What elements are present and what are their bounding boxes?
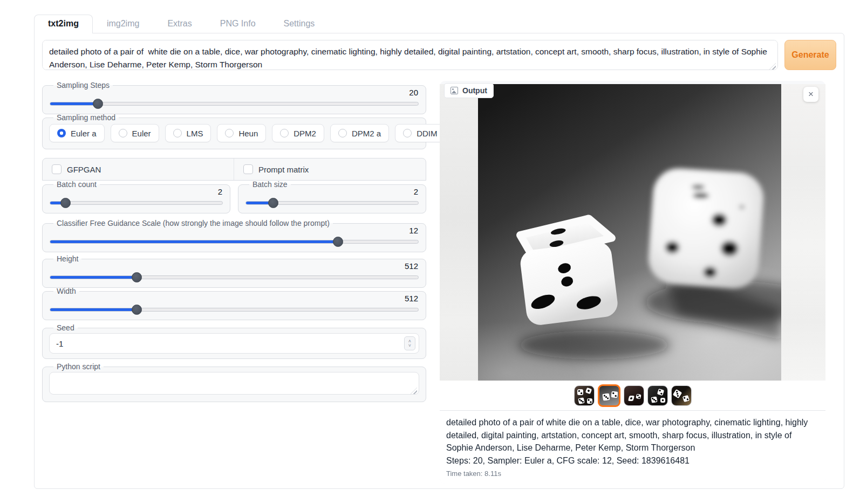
sampling-steps-label: Sampling Steps <box>53 81 113 89</box>
tab-png-info[interactable]: PNG Info <box>206 15 270 33</box>
slider-handle[interactable] <box>132 272 142 282</box>
prompt-matrix-label[interactable]: Prompt matrix <box>258 165 309 174</box>
radio-icon <box>57 129 66 137</box>
batch-size-slider[interactable] <box>245 198 419 208</box>
tab-txt2img[interactable]: txt2img <box>34 15 93 33</box>
slider-handle[interactable] <box>60 198 71 208</box>
txt2img-app: txt2img img2img Extras PNG Info Settings… <box>34 15 844 489</box>
radio-icon <box>119 129 127 137</box>
batch-size-group: Batch size 2 <box>238 180 426 213</box>
gallery-thumbnail[interactable] <box>624 385 644 406</box>
batch-count-label: Batch count <box>53 180 100 189</box>
sampling-method-option[interactable]: DDIM <box>395 124 445 142</box>
generate-button[interactable]: Generate <box>784 40 836 70</box>
cfg-scale-label: Classifier Free Guidance Scale (how stro… <box>53 219 333 227</box>
sampling-method-label: Sampling method <box>53 113 119 122</box>
python-script-label: Python script <box>53 362 104 371</box>
output-panel: Output × <box>440 81 825 484</box>
radio-icon <box>403 129 412 137</box>
sampling-method-option[interactable]: DPM2 <box>272 124 324 142</box>
gallery-thumbnail[interactable] <box>671 385 692 406</box>
width-slider[interactable] <box>50 305 419 315</box>
width-label: Width <box>53 287 79 295</box>
tab-bar: txt2img img2img Extras PNG Info Settings <box>34 15 844 33</box>
caption-prompt: detailed photo of a pair of white die on… <box>446 416 819 454</box>
tab-panel: detailed photo of a pair of white die on… <box>34 33 844 489</box>
output-tab[interactable]: Output <box>444 83 494 98</box>
height-label: Height <box>53 254 81 263</box>
slider-handle[interactable] <box>268 198 278 208</box>
gfpgan-label[interactable]: GFPGAN <box>67 165 101 174</box>
seed-label: Seed <box>53 323 78 332</box>
batch-count-group: Batch count 2 <box>42 180 230 213</box>
height-value: 512 <box>49 261 418 271</box>
python-script-group: Python script <box>42 362 426 402</box>
generation-info: detailed photo of a pair of white die on… <box>440 410 825 484</box>
generated-image-viewer[interactable] <box>440 84 825 381</box>
gallery-thumbnail[interactable] <box>574 385 595 406</box>
batch-size-label: Batch size <box>249 180 291 189</box>
seed-group: Seed ˄˅ <box>42 323 426 359</box>
python-script-input[interactable] <box>49 372 419 395</box>
tab-extras[interactable]: Extras <box>153 15 206 33</box>
cfg-scale-group: Classifier Free Guidance Scale (how stro… <box>42 219 426 252</box>
caption-params: Steps: 20, Sampler: Euler a, CFG scale: … <box>446 454 819 467</box>
sampling-steps-group: Sampling Steps 20 <box>42 81 426 114</box>
tab-img2img[interactable]: img2img <box>93 15 153 33</box>
image-letterbox-right <box>781 84 825 381</box>
sampling-method-option[interactable]: Heun <box>217 124 266 142</box>
gfpgan-checkbox[interactable] <box>52 164 62 174</box>
gallery-thumbnails <box>440 381 825 410</box>
settings-column: Sampling Steps 20 Sampling method Euler <box>42 81 426 402</box>
gallery-thumbnail[interactable] <box>598 384 620 407</box>
seed-input[interactable] <box>49 333 419 354</box>
image-letterbox-left <box>440 84 478 381</box>
sampling-method-options: Euler a Euler LMS Heun <box>49 122 419 144</box>
sampling-method-option[interactable]: DPM2 a <box>330 124 389 142</box>
sampling-method-group: Sampling method Euler a Euler <box>42 113 426 149</box>
output-tab-label: Output <box>462 86 487 95</box>
sampling-method-option[interactable]: Euler <box>111 124 159 142</box>
slider-handle[interactable] <box>93 99 103 109</box>
gallery-thumbnail[interactable] <box>647 385 668 406</box>
width-value: 512 <box>49 294 418 303</box>
sampling-method-option[interactable]: LMS <box>165 124 211 142</box>
image-icon <box>451 87 458 94</box>
time-taken: Time taken: 8.11s <box>446 468 819 479</box>
batch-count-slider[interactable] <box>50 198 223 208</box>
slider-handle[interactable] <box>132 305 142 315</box>
slider-handle[interactable] <box>333 237 343 247</box>
radio-icon <box>225 129 234 137</box>
height-group: Height 512 <box>42 254 426 288</box>
radio-icon <box>280 129 289 137</box>
postprocess-row: GFPGAN Prompt matrix <box>42 158 426 181</box>
tab-settings[interactable]: Settings <box>270 15 329 33</box>
radio-icon <box>338 129 347 137</box>
generated-image <box>478 84 781 381</box>
number-spinner[interactable]: ˄˅ <box>404 336 415 350</box>
cfg-scale-slider[interactable] <box>50 237 419 247</box>
prompt-input[interactable]: detailed photo of a pair of white die on… <box>42 40 778 70</box>
sampling-steps-slider[interactable] <box>50 99 419 109</box>
radio-icon <box>173 129 182 137</box>
close-icon[interactable]: × <box>803 87 818 102</box>
sampling-method-option[interactable]: Euler a <box>49 124 105 142</box>
prompt-matrix-checkbox[interactable] <box>243 164 253 174</box>
height-slider[interactable] <box>50 272 419 282</box>
width-group: Width 512 <box>42 287 426 320</box>
